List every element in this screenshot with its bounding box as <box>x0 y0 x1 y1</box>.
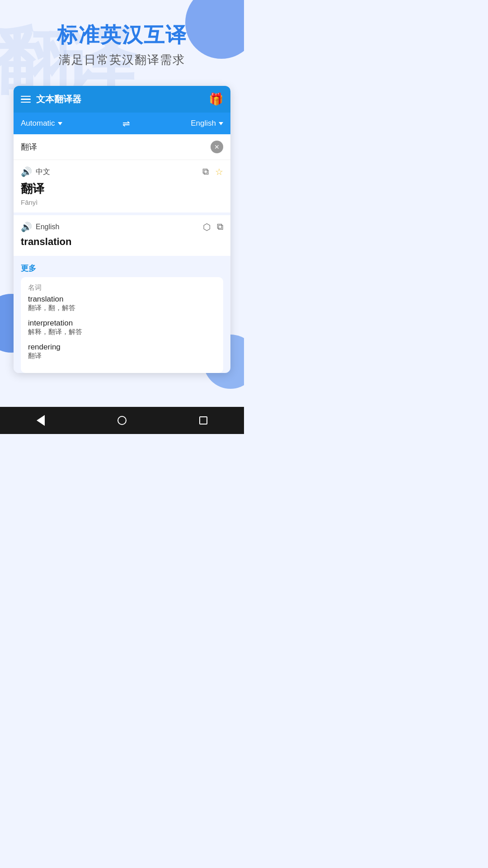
nav-home-button[interactable] <box>117 416 127 425</box>
list-item: rendering 翻译 <box>28 343 216 360</box>
more-item-zh-2: 翻译 <box>28 352 216 360</box>
language-selector-bar: Automatic ⇌ English <box>14 113 230 134</box>
more-item-en-0: translation <box>28 295 216 304</box>
more-label: 更多 <box>21 263 223 274</box>
more-item-zh-0: 翻译，翻，解答 <box>28 304 216 312</box>
more-section: 更多 名词 translation 翻译，翻，解答 interpretation… <box>14 259 230 373</box>
more-item-zh-1: 解释，翻译，解答 <box>28 328 216 336</box>
source-language-button[interactable]: Automatic <box>21 119 62 128</box>
app-header: 文本翻译器 🎁 <box>14 86 230 113</box>
chinese-result-word: 翻译 <box>21 181 223 197</box>
navigation-bar <box>0 407 244 434</box>
more-category-label: 名词 <box>28 283 216 292</box>
english-copy-icon[interactable]: ⧉ <box>217 222 223 232</box>
english-result-word: translation <box>21 236 223 248</box>
nav-home-icon <box>117 416 127 425</box>
target-language-label: English <box>191 119 216 128</box>
main-content: 标准英汉互译 满足日常英汉翻译需求 文本翻译器 🎁 Automatic ⇌ En… <box>0 0 244 373</box>
app-title-label: 文本翻译器 <box>36 93 209 105</box>
english-lang-label: 🔊 English <box>21 222 59 232</box>
list-item: interpretation 解释，翻译，解答 <box>28 319 216 336</box>
input-text-display[interactable]: 翻译 <box>21 142 211 152</box>
hamburger-menu-button[interactable] <box>21 96 31 103</box>
header-area: 标准英汉互译 满足日常英汉翻译需求 <box>0 0 244 77</box>
nav-recent-icon <box>199 416 207 425</box>
swap-languages-button[interactable]: ⇌ <box>122 118 130 129</box>
gift-icon[interactable]: 🎁 <box>209 92 223 106</box>
clear-input-button[interactable] <box>211 141 223 153</box>
english-lang-name: English <box>36 223 59 231</box>
english-open-icon[interactable]: ⬡ <box>203 222 211 232</box>
more-item-en-1: interpretation <box>28 319 216 328</box>
list-item: translation 翻译，翻，解答 <box>28 295 216 312</box>
target-language-button[interactable]: English <box>191 119 223 128</box>
source-lang-dropdown-icon <box>58 122 62 125</box>
nav-recent-button[interactable] <box>199 416 207 425</box>
sub-title: 满足日常英汉翻译需求 <box>14 52 230 68</box>
chinese-copy-icon[interactable]: ⧉ <box>202 166 209 177</box>
input-area: 翻译 <box>14 134 230 160</box>
chinese-card-header: 🔊 中文 ⧉ ☆ <box>21 166 223 177</box>
nav-back-icon <box>37 415 45 426</box>
chinese-star-icon[interactable]: ☆ <box>215 166 223 177</box>
app-window: 文本翻译器 🎁 Automatic ⇌ English 翻译 🔊 <box>14 86 230 373</box>
chinese-card-actions: ⧉ ☆ <box>202 166 223 177</box>
more-card: 名词 translation 翻译，翻，解答 interpretation 解释… <box>21 277 223 373</box>
chinese-result-card: 🔊 中文 ⧉ ☆ 翻译 Fānyì <box>14 160 230 215</box>
target-lang-dropdown-icon <box>219 122 223 125</box>
english-card-header: 🔊 English ⬡ ⧉ <box>21 222 223 232</box>
chinese-lang-name: 中文 <box>36 167 50 177</box>
nav-back-button[interactable] <box>37 415 45 426</box>
source-language-label: Automatic <box>21 119 55 128</box>
main-title: 标准英汉互译 <box>14 23 230 47</box>
more-item-en-2: rendering <box>28 343 216 352</box>
chinese-speaker-icon[interactable]: 🔊 <box>21 166 32 177</box>
chinese-result-pinyin: Fānyì <box>21 198 223 206</box>
english-speaker-icon[interactable]: 🔊 <box>21 222 32 232</box>
chinese-lang-label: 🔊 中文 <box>21 166 50 177</box>
english-result-card: 🔊 English ⬡ ⧉ translation <box>14 215 230 259</box>
english-card-actions: ⬡ ⧉ <box>203 222 223 232</box>
